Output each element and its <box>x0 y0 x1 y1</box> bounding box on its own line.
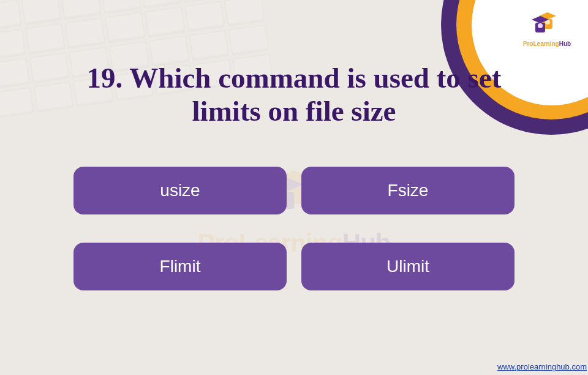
answer-option-b[interactable]: Fsize <box>301 167 514 214</box>
answer-grid: usize Fsize Flimit Ulimit <box>74 167 514 290</box>
answer-option-a[interactable]: usize <box>74 167 287 214</box>
graduates-icon <box>529 9 565 39</box>
footer-link[interactable]: www.prolearninghub.com <box>497 362 587 371</box>
answer-option-c[interactable]: Flimit <box>74 243 287 290</box>
answer-option-d[interactable]: Ulimit <box>301 243 514 290</box>
slide: ProLearningHub ProLearningHub <box>0 0 588 375</box>
logo-suffix: Hub <box>559 40 571 47</box>
question-text: 19. Which command is used to set limits … <box>0 61 588 127</box>
logo-brand: ProLearning <box>523 40 559 47</box>
logo: ProLearningHub <box>519 9 575 47</box>
svg-point-9 <box>538 23 543 28</box>
